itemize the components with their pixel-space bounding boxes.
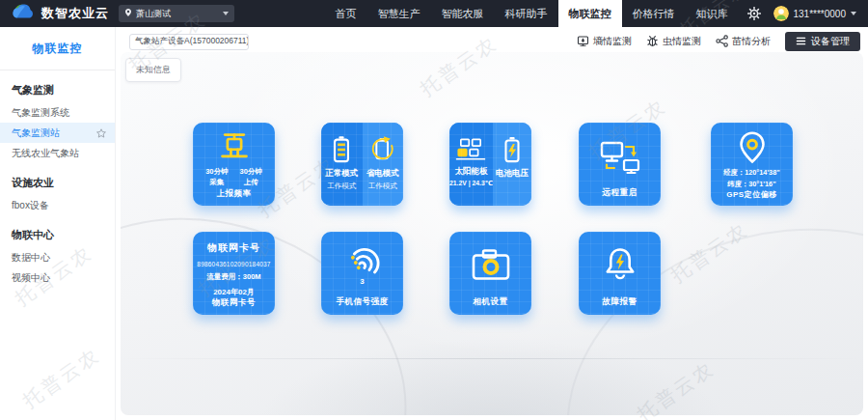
- pest-monitor-button[interactable]: 虫情监测: [646, 35, 701, 49]
- card-label: 故障报警: [603, 296, 637, 308]
- seedling-analysis-button[interactable]: 苗情分析: [716, 35, 771, 49]
- location-selector[interactable]: 萧山测试: [119, 5, 234, 22]
- top-nav: 首页 智慧生产 智能农服 科研助手 物联监控 价格行情 知识库: [325, 0, 739, 27]
- background-floor-glow: [255, 338, 730, 415]
- sim-number: 89860436102090184037: [197, 261, 270, 267]
- sidebar-section-weather: 气象监测: [0, 70, 115, 102]
- mode-title: 正常模式: [325, 168, 358, 180]
- action-label: 虫情监测: [663, 35, 701, 48]
- gps-location-card[interactable]: 经度：120°14'38" 纬度：30°1'16" GPS定位偏移: [711, 123, 793, 206]
- user-phone: 131****0000: [794, 9, 847, 19]
- toolbar-actions: 墒情监测 虫情监测: [577, 32, 860, 51]
- action-label: 墒情监测: [593, 35, 632, 48]
- battery-voltage-section[interactable]: 电池电压: [493, 123, 531, 206]
- battery-title: 电池电压: [496, 168, 529, 180]
- device-panel-stage: 未知信息 30分钟 采集 30分钟 上传: [121, 52, 863, 415]
- battery-charge-icon: [500, 133, 525, 166]
- card-label: 相机设置: [474, 296, 508, 308]
- cloud-leaf-logo-icon: [13, 3, 36, 25]
- nav-item-iot-monitoring[interactable]: 物联监控: [558, 0, 622, 27]
- card-label: GPS定位偏移: [726, 189, 776, 200]
- battery-eco-icon: [368, 133, 397, 166]
- normal-mode-option[interactable]: 正常模式 工作模式: [321, 123, 363, 206]
- nav-item-research-assistant[interactable]: 科研助手: [495, 0, 558, 27]
- remote-screens-icon: [598, 137, 642, 178]
- top-navbar: 数智农业云 萧山测试 首页 智慧生产 智能农服 科研助手 物联监控 价格行情 知…: [0, 0, 868, 27]
- star-icon[interactable]: [96, 128, 106, 138]
- solar-title: 太阳能板: [454, 166, 487, 178]
- sidebar-section-facility: 设施农业: [0, 163, 115, 195]
- user-avatar: [773, 6, 789, 21]
- chevron-down-icon: [851, 12, 856, 15]
- upload-interval-value: 30分钟: [240, 166, 262, 177]
- sim-month: 2024年02月: [213, 287, 255, 297]
- remote-restart-card[interactable]: 远程重启: [579, 123, 661, 206]
- unknown-info-tag[interactable]: 未知信息: [125, 58, 181, 82]
- mode-sub: 工作模式: [327, 182, 356, 191]
- user-account[interactable]: 131****0000: [770, 6, 868, 21]
- signal-wifi-icon: [343, 241, 382, 276]
- main-content: 气象站产设备A(157000206711) 墒情监测: [116, 27, 868, 420]
- sim-card[interactable]: 物联网卡号 89860436102090184037 流量费用：300M 202…: [193, 232, 275, 315]
- device-select[interactable]: 气象站产设备A(157000206711): [129, 34, 249, 50]
- sidebar-item-label: 无线农业气象站: [12, 147, 79, 160]
- bug-icon: [646, 35, 659, 49]
- solar-panel-section[interactable]: 太阳能板 21.2V | 24.3℃: [449, 123, 493, 206]
- nav-item-knowledge-base[interactable]: 知识库: [686, 0, 739, 27]
- action-label: 苗情分析: [732, 35, 771, 48]
- sidebar: 物联监控 气象监测 气象监测系统 气象监测站 无线农业气象站 设施农业 fbox…: [0, 27, 116, 420]
- collect-interval-label: 采集: [209, 177, 224, 187]
- sidebar-item-weather-system[interactable]: 气象监测系统: [0, 102, 115, 123]
- card-label: 物联网卡号: [212, 297, 256, 309]
- power-voltage-card: 太阳能板 21.2V | 24.3℃ 电池电压: [449, 123, 531, 206]
- gps-longitude: 经度：120°14'38": [723, 167, 779, 179]
- sidebar-item-weather-station[interactable]: 气象监测站: [0, 123, 115, 143]
- gps-coordinates: 经度：120°14'38" 纬度：30°1'16": [723, 167, 779, 189]
- report-frequency-card[interactable]: 30分钟 采集 30分钟 上传 上报频率: [193, 123, 275, 206]
- sidebar-item-video-center[interactable]: 视频中心: [0, 267, 115, 288]
- sidebar-item-fbox[interactable]: fbox设备: [0, 195, 115, 215]
- signal-value: 3: [360, 277, 364, 286]
- sidebar-item-data-center[interactable]: 数据中心: [0, 247, 115, 267]
- location-value: 萧山测试: [136, 8, 171, 20]
- solar-value: 21.2V | 24.3℃: [449, 180, 493, 187]
- action-label: 设备管理: [811, 35, 850, 48]
- card-label: 手机信号强度: [337, 296, 389, 308]
- sidebar-item-label: 气象监测系统: [12, 106, 69, 120]
- weather-station-icon: [215, 131, 254, 163]
- content-toolbar: 气象站产设备A(157000206711) 墒情监测: [116, 27, 868, 52]
- sidebar-section-iot-center: 物联中心: [0, 215, 115, 247]
- location-pin-icon: [124, 8, 132, 19]
- gps-latitude: 纬度：30°1'16": [723, 179, 779, 190]
- alarm-bell-icon: [602, 245, 638, 284]
- nav-item-price-market[interactable]: 价格行情: [622, 0, 686, 27]
- app-logo: 数智农业云: [0, 3, 109, 25]
- chevron-down-icon: [223, 12, 229, 15]
- sidebar-item-wireless-weather-station[interactable]: 无线农业气象站: [0, 143, 115, 163]
- mode-title: 省电模式: [366, 168, 399, 180]
- fault-alarm-card[interactable]: 故障报警: [579, 232, 661, 315]
- camera-settings-card[interactable]: 相机设置: [449, 232, 531, 315]
- collect-interval-value: 30分钟: [205, 166, 228, 177]
- card-label: 上报频率: [217, 188, 252, 200]
- report-intervals: 30分钟 采集 30分钟 上传: [205, 166, 262, 188]
- mode-sub: 工作模式: [368, 182, 397, 191]
- eco-mode-option[interactable]: 省电模式 工作模式: [363, 123, 404, 206]
- sidebar-item-label: 视频中心: [12, 271, 50, 285]
- nav-item-smart-service[interactable]: 智能农服: [431, 0, 495, 27]
- soil-monitor-icon: [577, 35, 589, 49]
- nav-item-smart-production[interactable]: 智慧生产: [367, 0, 431, 27]
- sidebar-title: 物联监控: [0, 27, 115, 70]
- settings-gear-icon[interactable]: [739, 7, 770, 20]
- signal-strength-card[interactable]: 3 手机信号强度: [321, 232, 403, 315]
- sim-traffic: 流量费用：300M: [206, 272, 260, 282]
- card-label: 远程重启: [603, 187, 637, 199]
- share-nodes-icon: [716, 35, 728, 49]
- nav-item-home[interactable]: 首页: [325, 0, 367, 27]
- sidebar-item-label: 气象监测站: [12, 126, 60, 140]
- upload-interval-label: 上传: [244, 177, 258, 187]
- device-manage-button[interactable]: 设备管理: [785, 32, 860, 51]
- device-select-value: 气象站产设备A(157000206711): [135, 36, 249, 47]
- location-pin-icon: [736, 130, 769, 165]
- soil-moisture-monitor-button[interactable]: 墒情监测: [577, 35, 632, 49]
